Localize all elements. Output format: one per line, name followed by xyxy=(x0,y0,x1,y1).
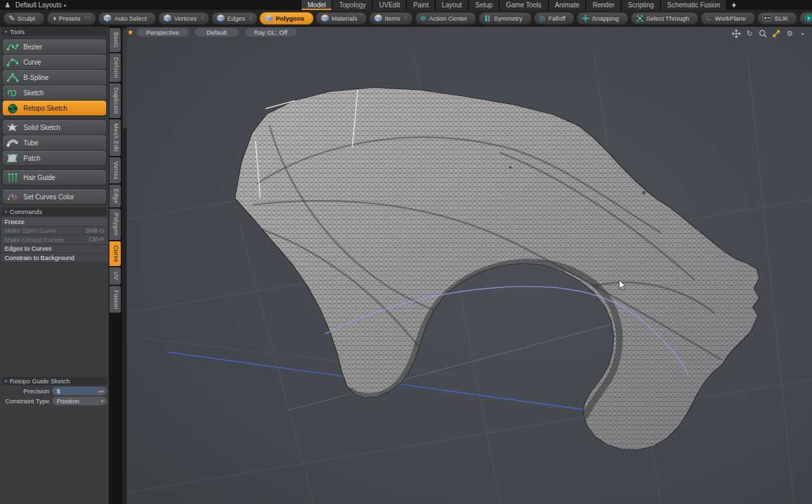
b-spline-icon xyxy=(5,72,19,83)
sidebar-vertical-tab[interactable]: Vertex xyxy=(109,157,121,183)
cube-icon xyxy=(163,14,171,22)
sidebar-vertical-tab[interactable]: Curve xyxy=(109,241,121,267)
command-row[interactable]: Constrain to Background xyxy=(1,253,107,263)
tools-list: Bezier Curve B-Spline Sketch Retopo Sket… xyxy=(0,38,109,205)
collapse-caret-icon: ▾ xyxy=(5,29,7,35)
toolbar-button[interactable]: Auto Select xyxy=(98,12,156,25)
layout-tab[interactable]: Setup xyxy=(469,0,498,10)
layout-tab[interactable]: UVEdit xyxy=(373,0,406,10)
symmetry-icon xyxy=(484,15,491,22)
bezier-icon xyxy=(5,41,19,52)
commands-list: Freeze Make Open Curve Shift-O Make Clos… xyxy=(1,217,107,263)
patch-icon xyxy=(5,153,19,163)
toolbar-button[interactable]: SLIK xyxy=(757,12,798,25)
layout-tab[interactable]: Scripting xyxy=(622,0,660,10)
viewport-marker-icon xyxy=(129,31,132,34)
slik-icon xyxy=(763,15,772,21)
3d-viewport[interactable]: PerspectiveDefaultRay GL: Off ↻⚙▸ xyxy=(127,26,812,504)
sidebar-vertical-tab[interactable]: Edge xyxy=(109,185,121,207)
layout-tab[interactable]: + xyxy=(727,0,740,10)
layout-tab[interactable]: Model xyxy=(302,0,332,10)
toolbar-button[interactable]: ⊕ Action Center xyxy=(415,12,477,25)
cube-icon xyxy=(265,14,273,22)
retopo-guide-sketch-panel: ▾ Retopo Guide Sketch Precision 5 ◄► Con… xyxy=(0,375,109,407)
set-curves-color-icon xyxy=(5,191,19,202)
sidebar-vertical-tabs: BasicDeformDuplicateMesh EditVertexEdgeP… xyxy=(109,28,121,313)
toolbar-button[interactable]: Items 5 xyxy=(369,12,413,25)
layout-tab[interactable]: Game Tools xyxy=(500,0,547,10)
tool-button[interactable]: Solid Sketch xyxy=(3,120,106,135)
layout-tabs: ModelTopologyUVEditPaintLayoutSetupGame … xyxy=(302,0,740,10)
command-row[interactable]: Make Open Curve Shift-O xyxy=(1,227,107,236)
gear-icon[interactable]: ⚙ xyxy=(785,29,794,38)
sidebar-vertical-tab[interactable]: Basic xyxy=(109,28,121,52)
cube-icon xyxy=(103,14,111,22)
toolbar-button[interactable]: ◑ Presets F6 xyxy=(47,12,97,25)
layouts-icon[interactable]: ♟ xyxy=(5,2,11,9)
layout-tab[interactable]: Animate xyxy=(549,0,586,10)
select-through-icon xyxy=(636,14,644,22)
toolbar-button[interactable]: Dash Export xyxy=(799,12,812,25)
viewport-option-button[interactable]: Perspective xyxy=(137,28,189,37)
tool-button[interactable]: Patch xyxy=(3,151,106,165)
sidebar-vertical-tab[interactable]: Fusion xyxy=(109,286,121,313)
layout-tab[interactable]: Topology xyxy=(333,0,372,10)
more-icon[interactable]: ▸ xyxy=(799,29,807,38)
layout-tab[interactable]: Paint xyxy=(407,0,434,10)
sidebar-vertical-tab[interactable]: UV xyxy=(109,267,121,284)
hair-guide-icon xyxy=(5,172,19,183)
curve-icon xyxy=(5,57,19,67)
constraint-type-dropdown[interactable]: Position ▾ xyxy=(52,397,107,405)
command-row[interactable]: Make Closed Curves Ctrl-P xyxy=(1,235,107,245)
retopo-panel-header[interactable]: ▾ Retopo Guide Sketch xyxy=(1,377,107,385)
tool-button[interactable]: Curve xyxy=(3,55,106,69)
layouts-selector[interactable]: Default Layouts ▾ xyxy=(15,1,66,9)
move-icon[interactable] xyxy=(732,29,741,38)
tool-button[interactable]: Tube xyxy=(3,135,106,150)
toolbar-button[interactable]: Materials xyxy=(316,12,367,25)
viewport-option-button[interactable]: Default xyxy=(195,28,239,37)
commands-panel-header[interactable]: ▾ Commands xyxy=(1,207,107,216)
toolbar-button[interactable]: Edges 2 xyxy=(212,12,258,25)
zoom-icon[interactable] xyxy=(759,29,767,38)
precision-label: Precision xyxy=(1,387,49,395)
hotkey-label: Shift-O xyxy=(85,227,104,234)
layout-tab[interactable]: Render xyxy=(586,0,621,10)
tool-button[interactable]: Set Curves Color xyxy=(3,189,106,204)
main-toolbar: ✎ Sculpt ◑ Presets F6 Auto Select Vertic… xyxy=(0,10,812,27)
command-row[interactable]: Freeze xyxy=(1,217,107,227)
layout-tab[interactable]: Schematic Fusion xyxy=(661,0,726,10)
hotkey-label: Ctrl-P xyxy=(89,236,104,243)
sidebar-vertical-tab[interactable]: Polygon xyxy=(109,209,121,240)
tool-button[interactable]: B-Spline xyxy=(3,70,106,85)
toolbar-button[interactable]: Select Through xyxy=(631,12,699,25)
toolbar-button[interactable]: Vertices 1 xyxy=(158,12,210,25)
tool-button[interactable]: Hair Guide xyxy=(3,170,106,185)
sketch-icon xyxy=(5,87,19,98)
mini-stepper-icon[interactable]: ◄► xyxy=(97,389,104,393)
viewport-header: PerspectiveDefaultRay GL: Off xyxy=(129,28,297,37)
tool-button[interactable]: Bezier xyxy=(3,39,106,54)
tool-group: Bezier Curve B-Spline Sketch Retopo Sket… xyxy=(1,38,107,117)
cube-icon xyxy=(374,14,382,22)
toolbar-button[interactable]: ✎ Sculpt xyxy=(3,12,45,25)
precision-field[interactable]: 5 ◄► xyxy=(52,387,107,395)
tool-button[interactable]: Retopo Sketch xyxy=(3,101,106,115)
sidebar-vertical-tab[interactable]: Deform xyxy=(109,53,121,82)
viewport-option-button[interactable]: Ray GL: Off xyxy=(245,28,297,37)
sidebar-vertical-tab[interactable]: Mesh Edit xyxy=(109,119,121,156)
sidebar-vertical-tab[interactable]: Duplicate xyxy=(109,83,121,118)
toolbar-button[interactable]: ◎ Falloff xyxy=(534,12,574,25)
command-row[interactable]: Edges to Curves xyxy=(1,245,107,254)
toolbar-button[interactable]: Symmetry xyxy=(478,12,532,25)
scale-icon[interactable] xyxy=(772,29,781,38)
toolbar-button[interactable]: Snapping xyxy=(576,12,628,25)
constraint-type-label: Constraint Type xyxy=(1,397,49,405)
rotate-icon[interactable]: ↻ xyxy=(745,29,754,38)
tools-panel-header[interactable]: ▾ Tools xyxy=(1,27,107,36)
tool-button[interactable]: Sketch xyxy=(3,85,106,100)
toolbar-button[interactable]: ∟ WorkPlane xyxy=(701,12,755,25)
layout-tab[interactable]: Layout xyxy=(436,0,468,10)
toolbar-button[interactable]: Polygons xyxy=(260,12,314,25)
left-sidebar: ▾ Tools Bezier Curve B-Spline Sketch Ret… xyxy=(0,26,109,504)
